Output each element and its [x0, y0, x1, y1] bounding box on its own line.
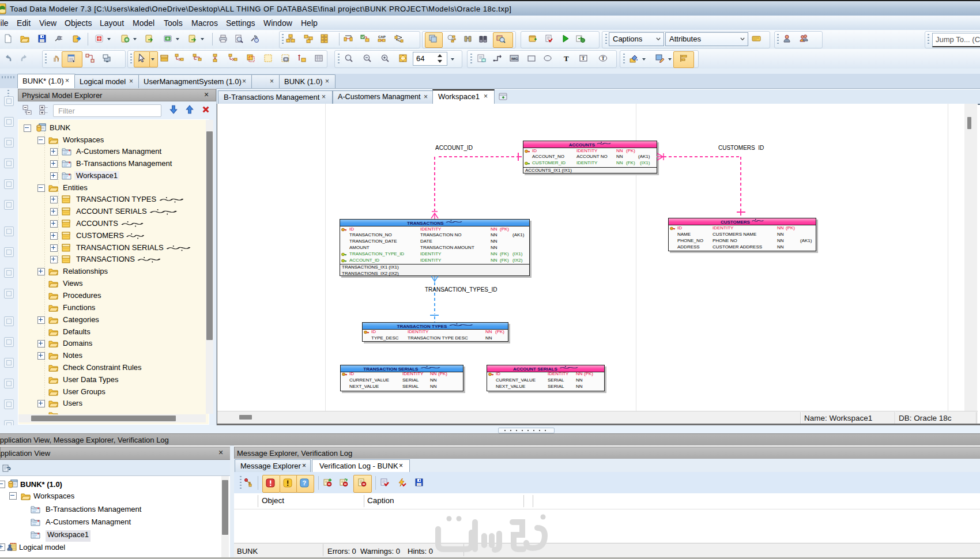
svg-text:?: ?	[303, 479, 307, 486]
svg-text:CAP: CAP	[378, 35, 386, 39]
svg-text:IMG: IMG	[511, 57, 518, 61]
svg-text:T: T	[602, 56, 605, 61]
svg-text:T: T	[582, 56, 585, 61]
svg-text:T: T	[564, 54, 569, 63]
